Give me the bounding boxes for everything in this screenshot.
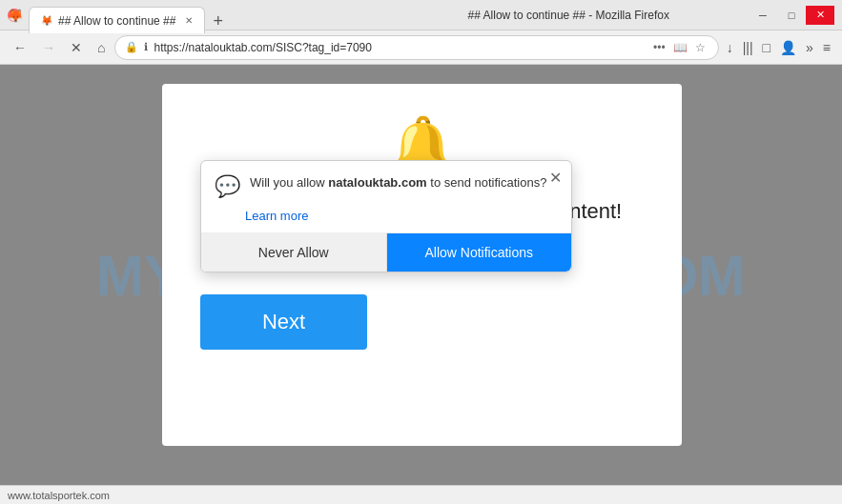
maximize-button[interactable]: □ [777, 6, 806, 25]
traffic-close-btn[interactable]: 🦊 [8, 9, 21, 22]
window-controls: ─ □ ✕ [749, 6, 834, 25]
popup-message-prefix: Will you allow [250, 175, 328, 190]
extensions-button[interactable]: » [802, 36, 817, 59]
titlebar: 🦊 🦊 ## Allow to continue ## ✕ + ## Allow… [0, 0, 842, 30]
popup-chat-icon: 💬 [215, 174, 240, 199]
back-button[interactable]: ← [8, 36, 32, 59]
address-bar-container: 🔒 ℹ ••• 📖 ☆ [114, 35, 718, 60]
next-button[interactable]: Next [200, 294, 367, 350]
address-actions: ••• 📖 ☆ [650, 39, 709, 56]
reader-mode-button[interactable]: 📖 [670, 39, 690, 56]
allow-notifications-button[interactable]: Allow Notifications [387, 233, 572, 272]
tab-close-btn[interactable]: ✕ [185, 15, 193, 26]
more-options-button[interactable]: ••• [650, 39, 668, 56]
tab-label: ## Allow to continue ## [58, 14, 175, 28]
traffic-lights: 🦊 [8, 9, 21, 22]
bookmark-button[interactable]: ☆ [692, 39, 709, 56]
popup-domain: natalouktab.com [328, 175, 426, 190]
learn-more-link[interactable]: Learn more [201, 207, 571, 232]
window-title: ## Allow to continue ## - Mozilla Firefo… [389, 9, 750, 22]
popup-actions: Never Allow Allow Notifications [201, 232, 571, 272]
home-button[interactable]: ⌂ [92, 36, 111, 59]
notification-popup: 💬 Will you allow natalouktab.com to send… [200, 160, 572, 272]
statusbar-url: www.totalsportek.com [8, 490, 110, 501]
account-button[interactable]: 👤 [776, 36, 800, 59]
never-allow-button[interactable]: Never Allow [201, 233, 387, 272]
browser-content: MYANTISPYWARE.COM 🔔 Just one more step t… [0, 65, 842, 485]
address-bar[interactable] [154, 41, 645, 54]
toolbar: ← → ✕ ⌂ 🔒 ℹ ••• 📖 ☆ ↓ ||| □ 👤 » ≡ [0, 30, 842, 65]
stop-button[interactable]: ✕ [65, 36, 88, 59]
forward-button[interactable]: → [36, 36, 61, 59]
download-button[interactable]: ↓ [723, 36, 737, 59]
close-window-button[interactable]: ✕ [806, 6, 834, 25]
screenshot-button[interactable]: □ [759, 36, 774, 59]
popup-close-button[interactable]: ✕ [549, 171, 562, 186]
minimize-button[interactable]: ─ [749, 6, 777, 25]
info-icon: ℹ [144, 41, 148, 53]
popup-header: 💬 Will you allow natalouktab.com to send… [201, 161, 571, 207]
tab-favicon: 🦊 [41, 15, 52, 26]
active-tab[interactable]: 🦊 ## Allow to continue ## ✕ [29, 7, 205, 33]
reading-list-button[interactable]: ||| [739, 36, 757, 59]
statusbar: www.totalsportek.com [0, 485, 842, 504]
new-tab-button[interactable]: + [205, 11, 231, 31]
tab-bar: 🦊 ## Allow to continue ## ✕ + [29, 0, 389, 30]
popup-text: Will you allow natalouktab.com to send n… [250, 174, 546, 192]
popup-message-suffix: to send notifications? [427, 175, 547, 190]
toolbar-right: ↓ ||| □ 👤 » ≡ [723, 36, 834, 59]
security-icon: 🔒 [125, 41, 138, 53]
menu-button[interactable]: ≡ [819, 36, 834, 59]
